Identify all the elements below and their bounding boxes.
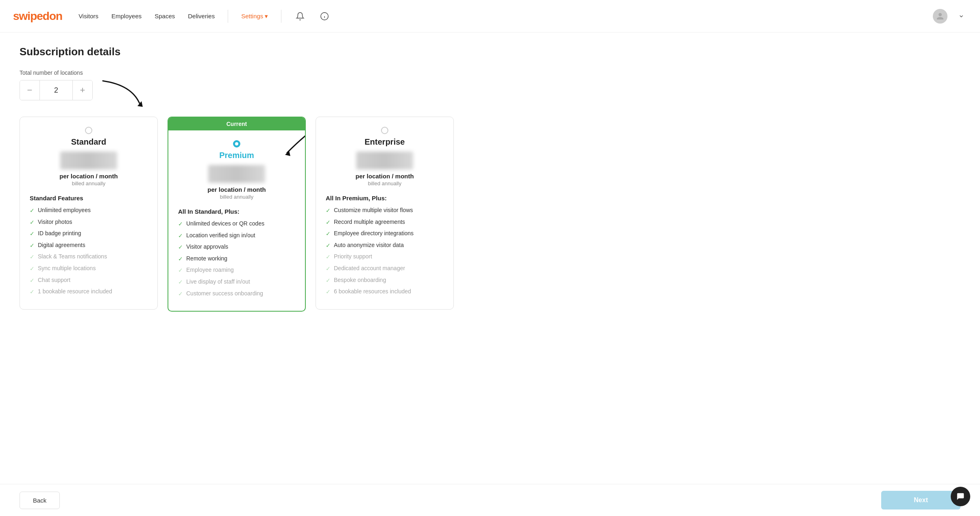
nav-settings[interactable]: Settings ▾ bbox=[241, 13, 268, 20]
feature-item: ✓Visitor photos bbox=[30, 218, 148, 227]
feature-text: Visitor photos bbox=[38, 218, 72, 226]
logo[interactable]: swipedon bbox=[13, 10, 62, 23]
nav-visitors[interactable]: Visitors bbox=[78, 13, 98, 20]
plan-enterprise-per-location: per location / month bbox=[326, 173, 444, 180]
check-icon: ✓ bbox=[326, 230, 331, 238]
check-icon: ✓ bbox=[30, 288, 35, 296]
check-icon: ✓ bbox=[326, 219, 331, 227]
feature-item: ✓Live display of staff in/out bbox=[178, 278, 295, 286]
nav-deliveries[interactable]: Deliveries bbox=[188, 13, 215, 20]
location-counter-section: Total number of locations − 2 + bbox=[20, 69, 93, 100]
increment-button[interactable]: + bbox=[73, 80, 92, 100]
feature-text: Chat support bbox=[38, 276, 70, 284]
feature-text: Employee roaming bbox=[186, 266, 234, 274]
plan-card-premium[interactable]: Current Premium per location / month bil… bbox=[168, 117, 306, 312]
feature-text: Auto anonymize visitor data bbox=[334, 241, 404, 249]
nav-links: Visitors Employees Spaces Deliveries Set… bbox=[78, 10, 933, 23]
feature-item: ✓Bespoke onboarding bbox=[326, 276, 444, 285]
feature-item: ✓Slack & Teams notifications bbox=[30, 253, 148, 261]
bottom-bar: Back Next bbox=[0, 484, 980, 516]
feature-text: 1 bookable resource included bbox=[38, 288, 112, 296]
feature-item: ✓Employee directory integrations bbox=[326, 230, 444, 238]
radio-enterprise[interactable] bbox=[381, 127, 388, 134]
feature-item: ✓Auto anonymize visitor data bbox=[326, 241, 444, 250]
plan-enterprise-price-blur bbox=[356, 152, 413, 169]
plan-standard-radio[interactable] bbox=[30, 127, 148, 134]
plan-standard-per-location: per location / month bbox=[30, 173, 148, 180]
feature-text: 6 bookable resources included bbox=[334, 288, 411, 296]
feature-text: Priority support bbox=[334, 253, 372, 261]
plan-premium-name: Premium bbox=[178, 151, 295, 160]
location-count-value: 2 bbox=[39, 80, 73, 100]
svg-marker-3 bbox=[137, 101, 143, 107]
check-icon: ✓ bbox=[30, 230, 35, 238]
check-icon: ✓ bbox=[178, 232, 183, 240]
check-icon: ✓ bbox=[178, 243, 183, 251]
feature-item: ✓Location verified sign in/out bbox=[178, 232, 295, 240]
check-icon: ✓ bbox=[326, 207, 331, 215]
plans-container: Standard per location / month billed ann… bbox=[20, 117, 468, 312]
settings-group[interactable]: Settings ▾ bbox=[241, 13, 268, 20]
chat-support-button[interactable] bbox=[951, 487, 970, 506]
feature-item: ✓Dedicated account manager bbox=[326, 265, 444, 273]
plan-premium-billed: billed annually bbox=[178, 194, 295, 200]
feature-text: Record multiple agreements bbox=[334, 218, 405, 226]
page-title: Subscription details bbox=[20, 46, 468, 58]
plan-standard-body: Standard per location / month billed ann… bbox=[20, 117, 157, 309]
check-icon: ✓ bbox=[178, 290, 183, 298]
avatar[interactable] bbox=[933, 9, 947, 24]
nav-employees[interactable]: Employees bbox=[111, 13, 142, 20]
notification-bell-icon[interactable] bbox=[294, 11, 306, 22]
feature-text: Digital agreements bbox=[38, 241, 85, 249]
feature-item: ✓Sync multiple locations bbox=[30, 265, 148, 273]
current-badge: Current bbox=[168, 117, 305, 130]
radio-standard[interactable] bbox=[85, 127, 92, 134]
check-icon: ✓ bbox=[326, 277, 331, 285]
feature-text: ID badge printing bbox=[38, 230, 81, 238]
plan-premium-per-location: per location / month bbox=[178, 186, 295, 193]
decrement-button[interactable]: − bbox=[20, 80, 39, 100]
nav-right-icons bbox=[933, 9, 967, 24]
feature-item: ✓6 bookable resources included bbox=[326, 288, 444, 296]
feature-item: ✓Customize multiple visitor flows bbox=[326, 206, 444, 215]
feature-text: Dedicated account manager bbox=[334, 265, 405, 273]
feature-item: ✓Unlimited devices or QR codes bbox=[178, 220, 295, 228]
user-menu-chevron-icon[interactable] bbox=[956, 11, 967, 22]
check-icon: ✓ bbox=[326, 253, 331, 261]
plan-enterprise-features-title: All In Premium, Plus: bbox=[326, 195, 444, 202]
feature-item: ✓Priority support bbox=[326, 253, 444, 261]
radio-premium[interactable] bbox=[233, 140, 240, 147]
check-icon: ✓ bbox=[30, 277, 35, 285]
next-button[interactable]: Next bbox=[881, 491, 960, 509]
plan-standard-billed: billed annually bbox=[30, 180, 148, 186]
back-button[interactable]: Back bbox=[20, 492, 60, 509]
feature-text: Employee directory integrations bbox=[334, 230, 414, 238]
plan-standard-features-title: Standard Features bbox=[30, 195, 148, 202]
feature-item: ✓Record multiple agreements bbox=[326, 218, 444, 227]
feature-text: Customer success onboarding bbox=[186, 290, 263, 298]
plan-card-standard[interactable]: Standard per location / month billed ann… bbox=[20, 117, 158, 310]
plan-premium-radio[interactable] bbox=[178, 140, 295, 147]
nav-divider bbox=[228, 10, 228, 23]
plan-card-enterprise[interactable]: Enterprise per location / month billed a… bbox=[316, 117, 454, 310]
feature-text: Bespoke onboarding bbox=[334, 276, 386, 284]
feature-item: ✓Unlimited employees bbox=[30, 206, 148, 215]
settings-label: Settings bbox=[241, 13, 263, 20]
plan-premium-features: ✓Unlimited devices or QR codes ✓Location… bbox=[178, 220, 295, 298]
plan-enterprise-radio[interactable] bbox=[326, 127, 444, 134]
plan-enterprise-body: Enterprise per location / month billed a… bbox=[316, 117, 453, 309]
info-icon[interactable] bbox=[319, 11, 330, 22]
plan-enterprise-name: Enterprise bbox=[326, 137, 444, 147]
plan-enterprise-features: ✓Customize multiple visitor flows ✓Recor… bbox=[326, 206, 444, 296]
check-icon: ✓ bbox=[30, 242, 35, 250]
feature-text: Live display of staff in/out bbox=[186, 278, 250, 286]
plan-standard-name: Standard bbox=[30, 137, 148, 147]
chevron-down-icon: ▾ bbox=[265, 13, 268, 20]
feature-item: ✓1 bookable resource included bbox=[30, 288, 148, 296]
nav-spaces[interactable]: Spaces bbox=[155, 13, 175, 20]
plan-premium-price-blur bbox=[208, 165, 265, 183]
feature-text: Customize multiple visitor flows bbox=[334, 206, 413, 215]
plan-standard-price-blur bbox=[60, 152, 117, 169]
check-icon: ✓ bbox=[30, 265, 35, 273]
plan-premium-body: Premium per location / month billed annu… bbox=[168, 130, 305, 311]
